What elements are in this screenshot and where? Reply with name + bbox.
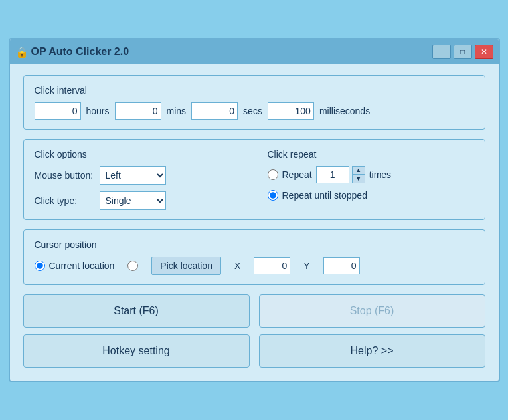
repeat-times-label: times — [369, 169, 391, 180]
mins-label: mins — [167, 106, 187, 116]
current-location-label: Current location — [49, 261, 115, 271]
repeat-until-label: Repeat until stopped — [282, 190, 367, 201]
click-type-row: Click type: Single Double — [35, 191, 241, 210]
mins-input[interactable] — [115, 102, 161, 120]
title-bar: 🔒 OP Auto Clicker 2.0 — □ ✕ — [10, 39, 499, 64]
hours-input[interactable] — [35, 102, 81, 120]
click-interval-section: Click interval hours mins secs milliseco… — [23, 75, 485, 130]
ms-label: milliseconds — [319, 106, 370, 116]
click-interval-label: Click interval — [35, 85, 474, 96]
window-title: OP Auto Clicker 2.0 — [31, 46, 129, 58]
help-button[interactable]: Help? >> — [259, 334, 485, 368]
repeat-radio[interactable] — [268, 169, 278, 180]
x-label: X — [234, 261, 240, 271]
click-repeat-label: Click repeat — [268, 149, 474, 159]
click-options-col: Click options Mouse button: Left Middle … — [35, 149, 241, 210]
bottom-buttons: Hotkey setting Help? >> — [23, 334, 485, 368]
title-bar-left: 🔒 OP Auto Clicker 2.0 — [15, 46, 129, 58]
stop-button[interactable]: Stop (F6) — [259, 294, 485, 328]
cursor-position-section: Cursor position Current location Pick lo… — [23, 229, 485, 285]
spin-buttons: ▲ ▼ — [352, 166, 365, 183]
mouse-button-row: Mouse button: Left Middle Right — [35, 166, 241, 185]
spin-down-button[interactable]: ▼ — [352, 175, 365, 183]
minimize-button[interactable]: — — [432, 45, 451, 59]
hotkey-button[interactable]: Hotkey setting — [23, 334, 250, 368]
pick-location-row — [127, 261, 138, 271]
mouse-button-label: Mouse button: — [35, 170, 94, 181]
pick-location-radio[interactable] — [127, 261, 138, 271]
repeat-row: Repeat ▲ ▼ times — [268, 166, 474, 183]
start-button[interactable]: Start (F6) — [23, 294, 250, 328]
options-repeat-row: Click options Mouse button: Left Middle … — [35, 149, 474, 210]
repeat-count-input[interactable] — [316, 166, 349, 183]
spin-up-button[interactable]: ▲ — [352, 166, 365, 175]
click-interval-row: hours mins secs milliseconds — [35, 102, 474, 120]
window-icon: 🔒 — [15, 46, 27, 58]
window-body: Click interval hours mins secs milliseco… — [10, 64, 499, 381]
x-coord-input[interactable] — [254, 257, 290, 274]
y-label: Y — [303, 261, 309, 271]
click-options-label: Click options — [35, 149, 241, 159]
secs-label: secs — [243, 106, 262, 116]
main-window: 🔒 OP Auto Clicker 2.0 — □ ✕ Click interv… — [9, 38, 500, 382]
pick-location-button[interactable]: Pick location — [151, 257, 221, 275]
repeat-until-radio[interactable] — [268, 190, 278, 201]
click-type-select[interactable]: Single Double — [100, 191, 166, 210]
y-coord-input[interactable] — [323, 257, 360, 274]
current-location-row: Current location — [35, 261, 115, 271]
title-bar-buttons: — □ ✕ — [432, 45, 493, 59]
click-repeat-col: Click repeat Repeat ▲ ▼ — [268, 149, 474, 210]
cursor-position-label: Cursor position — [35, 239, 474, 250]
repeat-until-row: Repeat until stopped — [268, 190, 474, 201]
options-repeat-section: Click options Mouse button: Left Middle … — [23, 139, 485, 220]
restore-button[interactable]: □ — [454, 45, 472, 59]
click-type-label: Click type: — [35, 195, 94, 206]
secs-input[interactable] — [191, 102, 238, 120]
repeat-label: Repeat — [282, 169, 312, 180]
cursor-position-row: Current location Pick location X Y — [35, 257, 474, 275]
start-stop-buttons: Start (F6) Stop (F6) — [23, 294, 485, 328]
click-repeat-group: Repeat ▲ ▼ times — [268, 166, 474, 201]
ms-input[interactable] — [268, 102, 314, 120]
current-location-radio[interactable] — [35, 261, 45, 271]
hours-label: hours — [86, 106, 110, 116]
mouse-button-select[interactable]: Left Middle Right — [100, 166, 166, 185]
close-button[interactable]: ✕ — [475, 45, 493, 59]
repeat-spin-group: ▲ ▼ — [316, 166, 365, 183]
